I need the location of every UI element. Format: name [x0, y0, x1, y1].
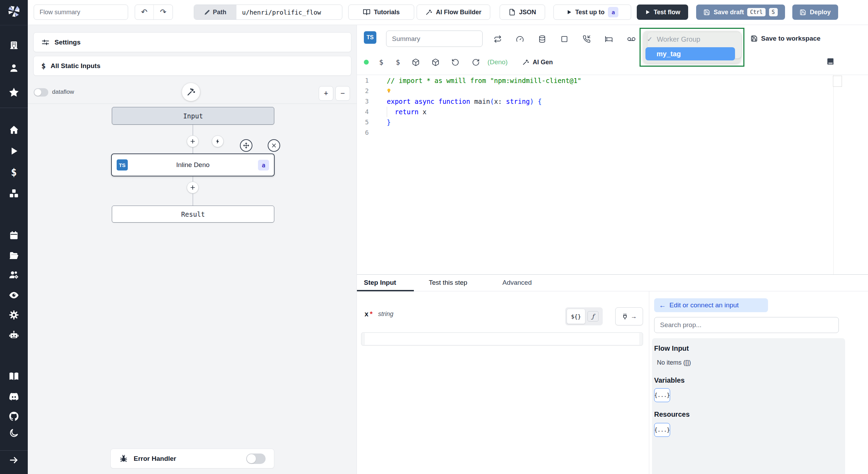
- ai-gen-wand-icon[interactable]: [522, 59, 529, 66]
- settings-row[interactable]: Settings: [33, 32, 351, 52]
- save-draft-button[interactable]: Save draft Ctrl S: [696, 5, 785, 20]
- undo-button[interactable]: ↶: [135, 5, 154, 19]
- windmill-flow-editor: $: [0, 0, 868, 474]
- insert-step-button[interactable]: [187, 135, 199, 147]
- docs-book-icon[interactable]: [8, 370, 20, 383]
- error-handler-toggle[interactable]: [246, 454, 266, 464]
- workers-robot-icon[interactable]: [8, 329, 20, 341]
- trigger-bolt-button[interactable]: [212, 135, 224, 147]
- variable-dollar-icon[interactable]: $: [379, 58, 383, 66]
- path-control[interactable]: Path u/henri/prolific_flow: [194, 5, 342, 20]
- worker-group-option[interactable]: ✓ Worker Group: [647, 33, 737, 45]
- arg-value-input[interactable]: [365, 333, 639, 345]
- step-id-badge: a: [258, 160, 269, 171]
- workspace-building-icon[interactable]: [8, 39, 20, 51]
- test-flow-button[interactable]: Test flow: [637, 5, 688, 20]
- error-handler-row[interactable]: Error Handler: [110, 449, 274, 468]
- favorites-star-icon[interactable]: [8, 86, 20, 99]
- search-prop-input[interactable]: [654, 317, 839, 333]
- deploy-button[interactable]: Deploy: [792, 5, 838, 20]
- ai-flow-builder-button[interactable]: AI Flow Builder: [417, 5, 490, 20]
- github-icon[interactable]: [8, 410, 20, 423]
- resources-cubes-icon[interactable]: [8, 187, 20, 200]
- code-line: 4 return x: [357, 107, 833, 117]
- zoom-in-button[interactable]: +: [319, 86, 333, 101]
- resources-object-badge[interactable]: {...}: [654, 423, 670, 437]
- flow-wand-button[interactable]: [182, 83, 200, 101]
- retries-repeat-icon[interactable]: [494, 35, 502, 43]
- arg-name: x: [365, 310, 368, 318]
- connect-input-button[interactable]: →: [615, 307, 643, 325]
- play-icon: [645, 9, 650, 15]
- folders-icon[interactable]: [8, 249, 20, 262]
- insert-step-button[interactable]: [187, 182, 199, 193]
- groups-icon[interactable]: [8, 269, 20, 281]
- delete-step-button[interactable]: [268, 139, 280, 152]
- assets-book-icon[interactable]: [826, 57, 835, 66]
- reset-rotate-ccw-icon[interactable]: [451, 58, 459, 66]
- variable-dollar-icon[interactable]: $: [396, 58, 400, 66]
- dataflow-toggle[interactable]: [34, 88, 48, 97]
- early-stop-square-icon[interactable]: [560, 35, 568, 43]
- ai-flow-builder-label: AI Flow Builder: [436, 9, 481, 16]
- tab-step-input[interactable]: Step Input: [364, 279, 396, 286]
- test-up-to-label: Test up to: [575, 9, 605, 16]
- sidebar: $: [0, 0, 28, 474]
- tag-option-selected[interactable]: my_tag: [645, 47, 735, 60]
- schedules-calendar-icon[interactable]: [8, 229, 20, 242]
- prop-picker-body: Flow Input No items ([]) Variables {...}…: [652, 338, 845, 474]
- tutorials-label: Tutorials: [374, 9, 400, 16]
- reload-rotate-cw-icon[interactable]: [472, 58, 480, 66]
- mock-voicemail-icon[interactable]: [627, 35, 636, 43]
- worker-group-label: Worker Group: [657, 35, 700, 43]
- tab-test-this-step[interactable]: Test this step: [429, 279, 467, 286]
- status-dot: [364, 60, 369, 65]
- home-icon[interactable]: [8, 124, 20, 136]
- user-icon[interactable]: [8, 62, 20, 74]
- code-line: 1 // import * as wmill from "npm:windmil…: [357, 75, 833, 86]
- save-icon: [800, 9, 806, 16]
- settings-gear-icon[interactable]: [8, 309, 20, 321]
- editor-scrollbar[interactable]: [833, 76, 842, 87]
- cache-database-icon[interactable]: [538, 35, 546, 43]
- flow-summary-input[interactable]: [34, 5, 128, 20]
- zoom-out-button[interactable]: −: [335, 86, 350, 101]
- path-label: Path: [213, 9, 226, 16]
- zoom-in-label: +: [324, 89, 328, 98]
- flow-node-result[interactable]: Result: [112, 206, 274, 223]
- sleep-bed-icon[interactable]: [605, 35, 613, 43]
- check-icon: ✓: [647, 35, 653, 43]
- resource-box-icon[interactable]: [412, 58, 420, 66]
- redo-button[interactable]: ↷: [154, 5, 173, 19]
- deploy-label: Deploy: [810, 9, 831, 16]
- flow-node-input[interactable]: Input: [112, 107, 274, 125]
- ai-gen-label[interactable]: AI Gen: [533, 59, 553, 66]
- discord-icon[interactable]: [8, 390, 20, 403]
- tab-advanced[interactable]: Advanced: [502, 279, 532, 286]
- redo-icon: ↷: [160, 8, 166, 16]
- variables-object-badge[interactable]: {...}: [654, 388, 670, 402]
- expand-arrow-icon[interactable]: [8, 454, 20, 466]
- save-to-workspace-button[interactable]: Save to workspace: [751, 35, 820, 42]
- all-static-inputs-row[interactable]: $ All Static Inputs: [33, 56, 351, 76]
- edit-or-connect-label: Edit or connect an input: [669, 301, 739, 309]
- flow-node-step[interactable]: TS Inline Deno a: [111, 153, 275, 176]
- runs-play-icon[interactable]: [8, 145, 20, 157]
- test-up-to-button[interactable]: Test up to a: [553, 5, 631, 20]
- summary-input[interactable]: [386, 31, 483, 47]
- json-button[interactable]: JSON: [500, 5, 545, 20]
- fn-mode-button[interactable]: ƒ: [587, 311, 599, 322]
- edit-or-connect-pill[interactable]: ← Edit or connect an input: [654, 298, 768, 312]
- resource-box-icon[interactable]: [432, 58, 440, 66]
- windmill-logo-icon[interactable]: [7, 5, 21, 18]
- play-icon: [566, 9, 572, 15]
- pencil-icon: [204, 9, 210, 15]
- concurrency-gauge-icon[interactable]: [516, 35, 524, 43]
- suspend-phone-icon[interactable]: [583, 35, 591, 43]
- tutorials-button[interactable]: Tutorials: [348, 5, 414, 20]
- dark-mode-moon-icon[interactable]: [8, 427, 20, 439]
- variables-dollar-icon[interactable]: $: [8, 166, 20, 178]
- audit-eye-icon[interactable]: [8, 289, 20, 301]
- expr-mode-button[interactable]: ${}: [567, 309, 585, 324]
- move-step-handle[interactable]: [240, 139, 252, 152]
